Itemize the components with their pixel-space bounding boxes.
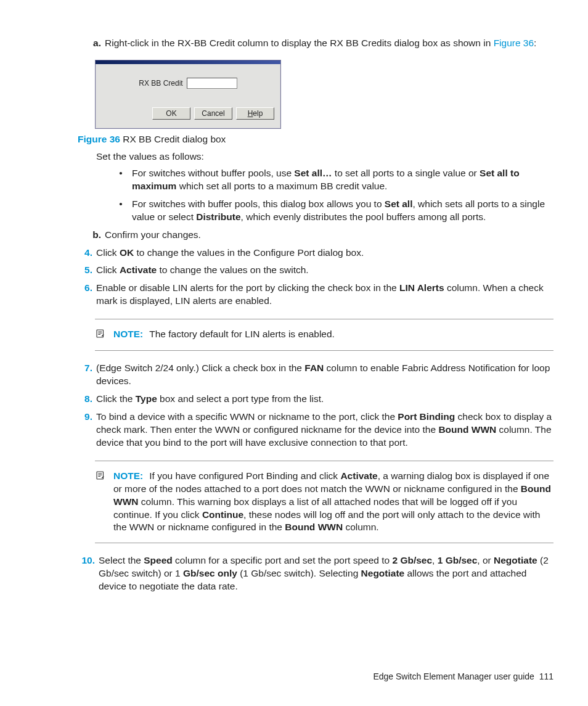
- s8-post: box and select a port type from the list…: [157, 393, 324, 404]
- footer-title: Edge Switch Element Manager user guide: [373, 671, 534, 681]
- bullet-marker: •: [113, 167, 128, 180]
- s4-pre: Click: [96, 247, 120, 258]
- n2-post: column.: [343, 522, 379, 532]
- step-4: 4. Click OK to change the values in the …: [78, 247, 553, 260]
- b2-bold2: Distribute: [196, 211, 240, 222]
- b2-pre: For switches with buffer pools, this dia…: [132, 199, 385, 209]
- step-6: 6. Enable or disable LIN alerts for the …: [78, 282, 553, 308]
- s9-b2: Bound WWN: [438, 424, 496, 435]
- step-b-text: Confirm your changes.: [105, 229, 553, 242]
- marker-4: 4.: [78, 247, 92, 260]
- note-1-text: The factory default for LIN alerts is en…: [149, 329, 335, 339]
- s5-b1: Activate: [120, 265, 157, 275]
- step-a-body: Right-click in the RX-BB Credit column t…: [105, 37, 553, 50]
- s10-b2: 2 Gb/sec: [392, 555, 432, 565]
- b1-bold1: Set all…: [294, 168, 332, 178]
- step-a-pre: Right-click in the RX-BB Credit column t…: [105, 38, 494, 48]
- marker-10: 10.: [78, 554, 95, 567]
- s9-b1: Port Binding: [398, 411, 455, 422]
- page-footer: Edge Switch Element Manager user guide 1…: [373, 671, 553, 681]
- b1-mid: to set all ports to a single value or: [332, 168, 480, 178]
- figure-caption-text: RX BB Credit dialog box: [120, 134, 226, 144]
- s10-b4: Negotiate: [494, 555, 537, 565]
- s4-b1: OK: [120, 247, 134, 258]
- s10-m2: , or: [477, 555, 494, 565]
- n2-b1: Activate: [340, 470, 377, 481]
- bullet-1: • For switches without buffer pools, use…: [113, 167, 553, 193]
- note-icon: [95, 328, 108, 342]
- s7-b1: FAN: [304, 363, 324, 373]
- step-7: 7. (Edge Switch 2/24 only.) Click a chec…: [78, 362, 553, 388]
- s7-pre: (Edge Switch 2/24 only.) Click a check b…: [96, 363, 304, 373]
- step-10: 10. Select the Speed column for a specif…: [78, 554, 553, 593]
- step-8: 8. Click the Type box and select a port …: [78, 393, 553, 406]
- n2-b4: Bound WWN: [285, 522, 343, 532]
- s6-pre: Enable or disable LIN alerts for the por…: [96, 282, 399, 293]
- step-9: 9. To bind a device with a specific WWN …: [78, 411, 553, 449]
- marker-8: 8.: [78, 393, 92, 406]
- s8-pre: Click the: [96, 393, 136, 404]
- step-a-post: :: [534, 38, 536, 48]
- s9-pre: To bind a device with a specific WWN or …: [96, 411, 398, 422]
- marker-7: 7.: [78, 362, 92, 375]
- bullet-2: • For switches with buffer pools, this d…: [113, 198, 553, 224]
- marker-5: 5.: [78, 264, 92, 277]
- n2-pre: If you have configured Port Binding and …: [149, 470, 340, 481]
- note-label: NOTE:: [113, 470, 143, 481]
- s5-post: to change the values on the switch.: [157, 265, 308, 275]
- step-a: a. Right-click in the RX-BB Credit colum…: [86, 37, 553, 50]
- figure-36-caption: Figure 36 RX BB Credit dialog box: [78, 134, 553, 145]
- s10-pre: Select the: [99, 555, 144, 565]
- rx-bb-credit-label: RX BB Credit: [139, 79, 182, 88]
- note-2: NOTE:If you have configured Port Binding…: [95, 461, 553, 544]
- s10-b1: Speed: [144, 555, 173, 565]
- b2-post: , which evenly distributes the pool buff…: [241, 211, 486, 222]
- step-5: 5. Click Activate to change the values o…: [78, 264, 553, 277]
- rx-bb-credit-dialog: RX BB Credit OK Cancel Help: [95, 60, 281, 129]
- s10-m4: (1 Gb/sec switch). Selecting: [237, 568, 361, 578]
- b2-bold1: Set all: [385, 199, 413, 209]
- help-button[interactable]: Help: [236, 107, 274, 120]
- figure-36-link[interactable]: Figure 36: [494, 38, 534, 48]
- set-values-intro: Set the values as follows:: [96, 151, 553, 162]
- marker-b: b.: [86, 229, 101, 242]
- s10-m1: column for a specific port and set the p…: [173, 555, 393, 565]
- s10-b3: 1 Gb/sec: [438, 555, 478, 565]
- note-icon: [95, 470, 108, 483]
- marker-9: 9.: [78, 411, 92, 424]
- s5-pre: Click: [96, 265, 120, 275]
- s10-b5: Gb/sec only: [183, 568, 237, 578]
- page-number: 111: [539, 671, 553, 681]
- marker-6: 6.: [78, 282, 92, 295]
- marker-a: a.: [86, 37, 101, 50]
- n2-b3: Continue: [202, 509, 243, 520]
- note-label: NOTE:: [113, 329, 143, 339]
- s10-b6: Negotiate: [361, 568, 405, 578]
- cancel-button[interactable]: Cancel: [194, 107, 232, 120]
- rx-bb-credit-input[interactable]: [187, 78, 237, 89]
- ok-button[interactable]: OK: [152, 107, 190, 120]
- s4-post: to change the values in the Configure Po…: [134, 247, 364, 258]
- note-1: NOTE:The factory default for LIN alerts …: [95, 319, 553, 351]
- s10-c1: ,: [432, 555, 438, 565]
- b1-pre: For switches without buffer pools, use: [132, 168, 294, 178]
- b1-post: which set all ports to a maximum BB cred…: [176, 181, 387, 191]
- s6-b1: LIN Alerts: [399, 282, 444, 293]
- bullet-marker: •: [113, 198, 128, 211]
- s8-b1: Type: [136, 393, 157, 404]
- figure-label: Figure 36: [78, 134, 120, 144]
- step-b: b. Confirm your changes.: [86, 229, 553, 242]
